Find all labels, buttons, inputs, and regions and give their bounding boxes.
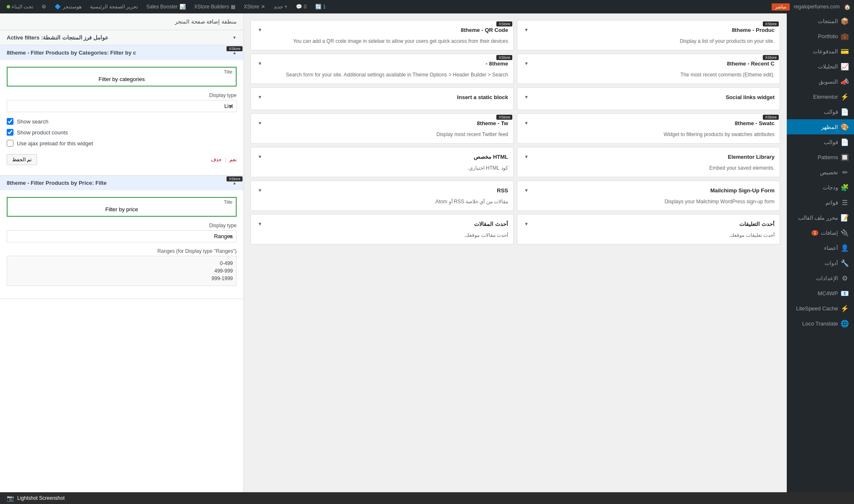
categories-action-links: نعم | حذف (211, 157, 237, 163)
mc4wp-icon: 📧 (841, 289, 849, 297)
chevron-icon-rss[interactable]: ▼ (256, 186, 264, 194)
sidebar-item-tools[interactable]: 🔧 أدوات (787, 255, 854, 270)
categories-close-link[interactable]: نعم (229, 157, 237, 163)
show-search-checkbox[interactable] (7, 118, 13, 125)
chevron-icon-recent-posts[interactable]: ▼ (256, 220, 264, 228)
widget-body-price: Title Filter by price Display type Range… (0, 190, 243, 299)
widget-card-products-list[interactable]: XStore ▼ 8theme - Produc .Display a list… (517, 20, 780, 50)
adminbar-edit-page[interactable]: تحرير الصفحة الرئيسية (87, 0, 141, 13)
categories-delete-link[interactable]: حذف (211, 157, 221, 163)
section-header-filter-price[interactable]: XStore ▲ 8theme - Filter Products by Pri… (0, 176, 243, 190)
chevron-icon-search[interactable]: ▼ (256, 59, 264, 68)
chevron-down-icon: ▼ (232, 35, 237, 40)
sidebar-item-menus[interactable]: ☰ قوائم (787, 195, 854, 210)
adminbar-comments[interactable]: 💬 0 (293, 0, 310, 13)
adminbar-xstore[interactable]: 🔷 هوستنجر (51, 0, 85, 13)
chevron-icon-twitter[interactable]: ▼ (256, 119, 264, 127)
sidebar-item-marketing[interactable]: 📣 التسويق (787, 74, 854, 89)
price-display-type-select[interactable]: Ranges Slider Both (7, 230, 237, 242)
chevron-icon-recent-c[interactable]: ▼ (522, 59, 530, 68)
templates-icon: 📄 (841, 108, 849, 116)
sidebar-item-users[interactable]: 👤 أعضاء (787, 240, 854, 255)
chevron-icon-mailchimp[interactable]: ▼ (522, 186, 530, 194)
sidebar-item-analytics[interactable]: 📈 التحليلات (787, 59, 854, 74)
chevron-icon-static[interactable]: ▼ (256, 93, 264, 101)
main-wrapper: منطقة إضافة صفحة المتجر ▼ عوامل فرز المن… (0, 13, 854, 504)
chevron-icon-social[interactable]: ▼ (522, 93, 530, 101)
chevron-icon-products[interactable]: ▼ (522, 26, 530, 34)
widget-card-xstore-badge-2: XStore (496, 55, 512, 60)
widget-card-swatches[interactable]: XStore ▼ 8theme - Swatc Widget to filter… (517, 113, 780, 144)
widget-card-custom-html[interactable]: ▼ HTML مخصص كود HTML اختياري. (250, 147, 514, 177)
widget-card-static-block[interactable]: ▼ Insert a static block (250, 87, 514, 110)
chevron-icon-swatches[interactable]: ▼ (522, 119, 530, 127)
categories-display-type-select[interactable]: List Dropdown Grid (7, 100, 237, 112)
analytics-icon: 📈 (841, 62, 849, 71)
widget-card-recent-comments[interactable]: XStore ▼ 8theme - Recent C .The most rec… (517, 54, 780, 84)
widget-card-header-social: ▼ Social links widget (522, 93, 775, 101)
widget-card-elementor-lib[interactable]: ▼ Elementor Library .Embed your saved el… (517, 147, 780, 177)
adminbar-live-button[interactable]: مباشر (772, 3, 790, 10)
widgets-icon: 🧩 (841, 183, 849, 192)
show-product-counts-row: Show product counts (7, 129, 237, 136)
sidebar-nav: 📦 المنتجات 💼 Portfolio 💳 المدفوعات 📈 الت… (787, 13, 854, 504)
litespeed-icon: ⚡ (841, 304, 849, 312)
sidebar-item-settings[interactable]: ⚙ الإعدادات (787, 270, 854, 286)
admin-bar: تحت البناء ⚙ 🔷 هوستنجر تحرير الصفحة الرئ… (0, 0, 854, 13)
sidebar-item-portfolio[interactable]: 💼 Portfolio (787, 29, 854, 44)
sidebar-item-theme-editor[interactable]: 📝 محرر ملف القالب (787, 210, 854, 225)
sidebar-item-widgets[interactable]: 🧩 ودجات (787, 180, 854, 195)
widget-card-qr-code[interactable]: XStore ▼ 8theme - QR Code You can add a … (250, 20, 514, 50)
widget-card-header-mailchimp: ▼ Mailchimp Sign-Up Form (522, 186, 775, 194)
sidebar-item-mc4wp[interactable]: 📧 MC4WP (787, 286, 854, 301)
section-header-active-filters[interactable]: ▼ عوامل فرز المنتجات النشطة: Active filt… (0, 30, 243, 45)
widget-card-xstore-badge-1: XStore (763, 21, 779, 26)
widget-card-xstore-badge-3: XStore (763, 55, 779, 60)
products-icon: 📦 (841, 17, 849, 25)
widget-card-search[interactable]: XStore ▼ 8theme - Search form for your s… (250, 54, 514, 84)
price-display-type-field: Display type Ranges Slider Both ▼ (7, 223, 237, 242)
panel-header: منطقة إضافة صفحة المتجر (0, 13, 243, 30)
sidebar-item-templates[interactable]: 📄 قوالب (787, 104, 854, 119)
widget-card-header-recent-comments2: ▼ أحدث التعليقات (522, 220, 775, 228)
sidebar-item-litespeed[interactable]: ⚡ LiteSpeed Cache (787, 301, 854, 316)
sidebar-item-customize[interactable]: ✏ تخصيص (787, 165, 854, 180)
adminbar-xstore-builders[interactable]: XStore Builders ▦ (191, 0, 239, 13)
chevron-icon-elementor[interactable]: ▼ (522, 152, 530, 161)
widget-body-categories: Title Filter by categories Display type … (0, 60, 243, 175)
widget-card-recent-posts[interactable]: ▼ أحدث المقالات أحدث مقالات موقعك. (250, 214, 514, 244)
categories-save-button[interactable]: تم الحفظ (7, 154, 37, 165)
widget-card-mailchimp[interactable]: ▼ Mailchimp Sign-Up Form Displays your M… (517, 181, 780, 211)
adminbar-right: مباشر regaloperfumes.com 🏠 (772, 3, 851, 10)
sidebar-item-products[interactable]: 📦 المنتجات (787, 13, 854, 29)
use-ajax-checkbox[interactable] (7, 140, 13, 147)
widget-card-twitter[interactable]: XStore ▼ 8theme - Tw Display most recent… (250, 113, 514, 144)
sidebar-item-patterns[interactable]: 🔲 Patterns (787, 150, 854, 165)
chevron-icon-qr[interactable]: ▼ (256, 26, 264, 34)
chevron-icon-html[interactable]: ▼ (256, 152, 264, 161)
widget-card-header-search: ▼ 8theme - (256, 59, 508, 68)
plugins-icon: 🔌 (841, 228, 849, 237)
sidebar-item-templates2[interactable]: 📄 قوالب (787, 134, 854, 150)
section-header-filter-categories[interactable]: XStore ▲ 8theme - Filter Products by Cat… (0, 45, 243, 60)
widget-section-filter-price: XStore ▲ 8theme - Filter Products by Pri… (0, 176, 243, 299)
sidebar-item-loco[interactable]: 🌐 Loco Translate (787, 316, 854, 331)
categories-title-field: Title Filter by categories (7, 67, 237, 87)
show-search-row: Show search (7, 118, 237, 125)
adminbar-settings-icon[interactable]: ⚙ (38, 0, 50, 13)
adminbar-status[interactable]: تحت البناء (3, 0, 37, 13)
adminbar-sales-booster[interactable]: Sales Booster 📊 (143, 0, 189, 13)
adminbar-xstore-x[interactable]: XStore ✕ (240, 0, 269, 13)
adminbar-site-link[interactable]: regaloperfumes.com (791, 4, 843, 10)
adminbar-new[interactable]: جديد + (270, 0, 291, 13)
adminbar-updates[interactable]: 🔄 1 (312, 0, 329, 13)
chevron-icon-recent-comments2[interactable]: ▼ (522, 220, 530, 228)
widget-card-recent-comments2[interactable]: ▼ أحدث التعليقات أحدث تعليقات موقعك. (517, 214, 780, 244)
sidebar-item-elementor[interactable]: ⚡ Elementor (787, 89, 854, 104)
sidebar-item-payments[interactable]: 💳 المدفوعات (787, 44, 854, 59)
sidebar-item-plugins[interactable]: 🔌 إضافات 1 (787, 225, 854, 240)
sidebar-item-appearance[interactable]: 🎨 المظهر (787, 119, 854, 134)
widget-card-social-links[interactable]: ▼ Social links widget (517, 87, 780, 110)
show-product-counts-checkbox[interactable] (7, 129, 13, 136)
widget-card-rss[interactable]: ▼ RSS مقالات من أي خلاصة RSS أو Atom. (250, 181, 514, 211)
